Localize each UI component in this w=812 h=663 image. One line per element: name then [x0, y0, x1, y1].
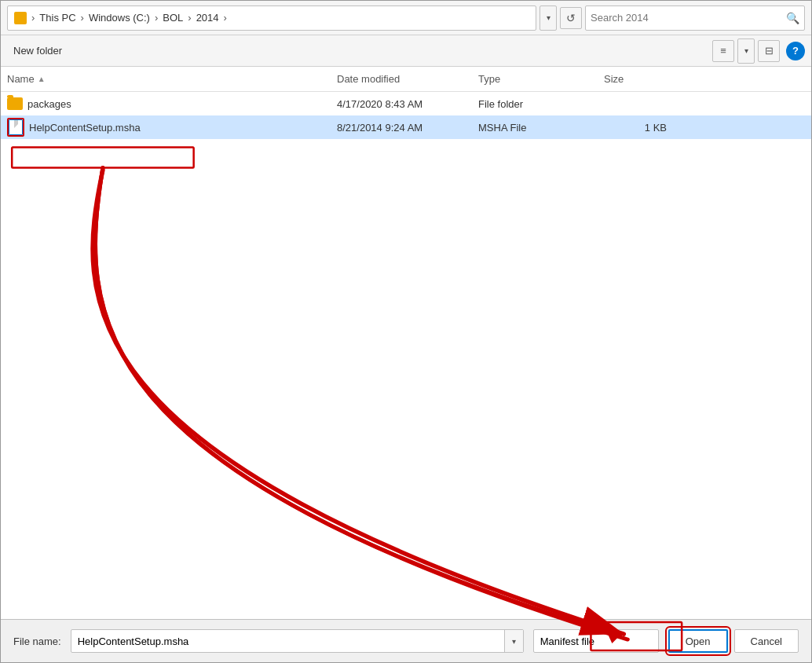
view-list-icon[interactable]: ≡ — [712, 40, 734, 62]
cancel-button[interactable]: Cancel — [734, 629, 799, 653]
file-icon — [9, 119, 23, 135]
search-icon[interactable]: 🔍 — [786, 12, 799, 24]
selected-file-outline — [7, 118, 24, 137]
action-buttons: Open Cancel — [668, 629, 799, 653]
toolbar: New folder ≡ ▾ ⊟ ? — [1, 35, 811, 67]
bottom-bar: File name: ▾ ▾ Open Cancel — [1, 619, 811, 662]
file-list: packages 4/17/2020 8:43 AM File folder H… — [1, 92, 811, 619]
file-date-cell: 8/21/2014 9:24 AM — [337, 122, 478, 134]
file-name-dropdown-button[interactable]: ▾ — [504, 630, 523, 652]
column-date-modified[interactable]: Date modified — [337, 73, 478, 85]
column-size[interactable]: Size — [604, 73, 667, 85]
column-type[interactable]: Type — [478, 73, 604, 85]
file-name-cell: packages — [7, 97, 337, 110]
column-headers: Name ▲ Date modified Type Size — [1, 67, 811, 92]
breadcrumb[interactable]: › This PC › Windows (C:) › BOL › 2014 › — [7, 5, 536, 31]
view-buttons: ≡ ▾ ⊟ — [712, 38, 780, 64]
file-size-cell: 1 KB — [604, 122, 667, 134]
folder-icon — [7, 97, 23, 110]
breadcrumb-bol[interactable]: BOL — [163, 12, 183, 24]
open-button[interactable]: Open — [668, 629, 728, 653]
file-name-input-wrap: ▾ — [71, 629, 524, 653]
view-pane-icon[interactable]: ⊟ — [758, 40, 780, 62]
folder-icon — [14, 12, 27, 24]
search-box[interactable]: 🔍 — [585, 5, 805, 31]
file-name-cell: HelpContentSetup.msha — [7, 118, 337, 137]
view-dropdown-button[interactable]: ▾ — [737, 38, 755, 64]
file-name-label: File name: — [13, 636, 61, 647]
sort-arrow-icon: ▲ — [38, 75, 46, 83]
breadcrumb-2014[interactable]: 2014 — [196, 12, 219, 24]
help-button[interactable]: ? — [786, 42, 805, 60]
refresh-button[interactable]: ↺ — [560, 7, 582, 29]
file-name-label: packages — [27, 98, 71, 110]
breadcrumb-windows[interactable]: Windows (C:) — [89, 12, 150, 24]
file-name-label: HelpContentSetup.msha — [29, 122, 141, 134]
table-row[interactable]: HelpContentSetup.msha 8/21/2014 9:24 AM … — [1, 115, 811, 139]
table-row[interactable]: packages 4/17/2020 8:43 AM File folder — [1, 92, 811, 115]
search-input[interactable] — [591, 12, 783, 24]
new-folder-button[interactable]: New folder — [7, 42, 68, 60]
file-type-input[interactable] — [534, 636, 678, 647]
column-name[interactable]: Name ▲ — [7, 73, 337, 85]
file-open-dialog: › This PC › Windows (C:) › BOL › 2014 › … — [0, 0, 812, 663]
file-date-cell: 4/17/2020 8:43 AM — [337, 98, 478, 110]
breadcrumb-thispc[interactable]: This PC — [39, 12, 75, 24]
breadcrumb-dropdown-button[interactable]: ▾ — [540, 5, 557, 31]
file-type-select-wrap: ▾ — [533, 629, 659, 653]
file-type-cell: File folder — [478, 98, 604, 110]
address-bar: › This PC › Windows (C:) › BOL › 2014 › … — [1, 1, 811, 35]
file-name-input[interactable] — [71, 636, 504, 647]
file-type-cell: MSHA File — [478, 122, 604, 134]
